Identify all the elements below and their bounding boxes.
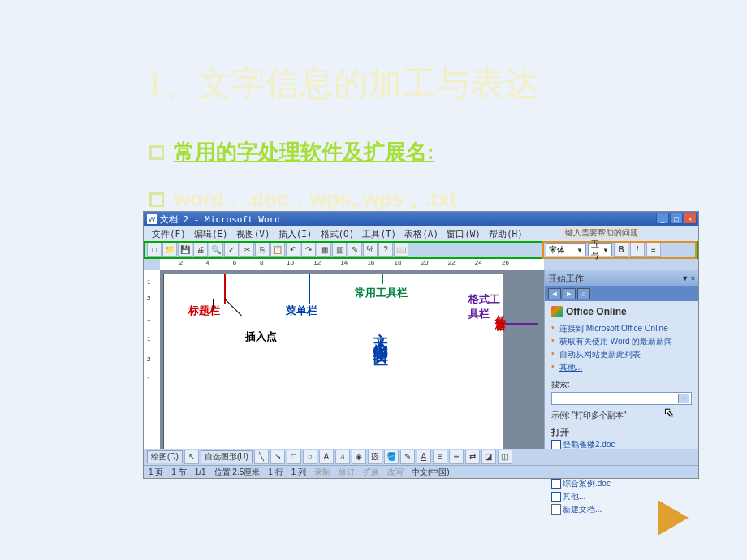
menu-edit[interactable]: 编辑(E) — [191, 228, 231, 240]
bullet-square-icon — [149, 192, 164, 207]
menu-tools[interactable]: 工具(T) — [359, 228, 399, 240]
status-col: 1 列 — [291, 467, 306, 478]
forward-icon[interactable]: ► — [563, 288, 576, 299]
bullet-2-text: word，.doc，wps,.wps，.txt — [174, 185, 456, 213]
status-page: 1 页 — [149, 467, 163, 478]
columns-icon[interactable]: ▥ — [332, 243, 347, 257]
undo-icon[interactable]: ↶ — [286, 243, 300, 257]
annotation-titlebar: 标题栏 — [188, 304, 220, 318]
status-position: 位置 2.5厘米 — [214, 467, 261, 478]
preview-icon[interactable]: 🔍 — [209, 243, 223, 257]
word-body: 1 2 1 1 2 1 标题栏 菜单栏 常用工具栏 格式工具栏 插入点 文本编辑… — [144, 270, 698, 463]
oval-icon[interactable]: ○ — [303, 450, 317, 464]
clipart-icon[interactable]: 🖼 — [368, 450, 382, 464]
status-ext: 扩展 — [363, 467, 379, 478]
shadow-icon[interactable]: ◪ — [481, 450, 496, 464]
recent-file[interactable]: 综合案例.doc — [551, 477, 692, 490]
redo-icon[interactable]: ↷ — [301, 243, 316, 257]
lineweight-icon[interactable]: ≡ — [433, 450, 447, 464]
fontcolor-icon[interactable]: A — [417, 450, 431, 464]
menu-file[interactable]: 文件(F) — [149, 228, 189, 240]
select-icon[interactable]: ↖ — [184, 450, 199, 464]
maximize-button[interactable]: □ — [670, 213, 683, 224]
diagram-icon[interactable]: ◈ — [352, 450, 366, 464]
slide-title: 1、文字信息的加工与表达 — [146, 61, 538, 106]
font-size-dropdown[interactable]: 五号 ▼ — [588, 243, 612, 256]
link-autoupdate[interactable]: 自动从网站更新此列表 — [551, 348, 692, 361]
search-input[interactable]: → — [551, 392, 692, 405]
link-other[interactable]: 其他... — [551, 361, 692, 374]
link-connect[interactable]: 连接到 Microsoft Office Online — [551, 322, 692, 335]
draw-menu[interactable]: 绘图(D) — [147, 450, 183, 463]
ruler-tick: 16 — [367, 259, 374, 266]
fillcolor-icon[interactable]: 🪣 — [384, 450, 399, 464]
threed-icon[interactable]: ◫ — [498, 450, 512, 464]
office-online-logo: Office Online — [551, 306, 692, 317]
dashstyle-icon[interactable]: ┅ — [449, 450, 464, 464]
drawing-icon[interactable]: ✎ — [348, 243, 362, 257]
new-icon[interactable]: □ — [147, 243, 162, 257]
table-icon[interactable]: ▦ — [317, 243, 331, 257]
ruler-tick: 2 — [179, 259, 183, 266]
ruler-tick: 8 — [260, 259, 263, 266]
arrowstyle-icon[interactable]: ⇄ — [465, 450, 480, 464]
save-icon[interactable]: 💾 — [178, 243, 192, 257]
word-bottom-bars: 绘图(D) ↖ 自选图形(U) ╲ ↘ □ ○ A 𝐴 ◈ 🖼 🪣 ✎ A ≡ … — [144, 449, 698, 478]
close-button[interactable]: × — [684, 213, 697, 224]
word-app-icon: W — [147, 214, 157, 224]
next-slide-button[interactable] — [658, 500, 689, 536]
home-icon[interactable]: ⌂ — [577, 288, 590, 299]
font-size-value: 五号 — [591, 239, 602, 261]
vruler-tick: 1 — [147, 335, 150, 342]
copy-icon[interactable]: ⎘ — [255, 243, 270, 257]
autoshape-menu[interactable]: 自选图形(U) — [201, 450, 253, 463]
bold-icon[interactable]: B — [614, 243, 628, 257]
vertical-ruler[interactable]: 1 2 1 1 2 1 — [144, 270, 160, 463]
linecolor-icon[interactable]: ✎ — [400, 450, 415, 464]
status-line: 1 行 — [268, 467, 283, 478]
font-name-dropdown[interactable]: 宋体 ▼ — [546, 243, 586, 256]
vruler-tick: 1 — [147, 278, 150, 286]
menu-help[interactable]: 帮助(H) — [486, 228, 526, 240]
open-icon[interactable]: 📁 — [162, 243, 177, 257]
horizontal-ruler[interactable]: 2 4 6 8 10 12 14 16 18 20 22 24 26 — [160, 259, 544, 270]
annotation-taskpane: 任务窗格 — [493, 307, 507, 313]
textbox-icon[interactable]: A — [319, 450, 334, 464]
link-news[interactable]: 获取有关使用 Word 的最新新闻 — [551, 335, 692, 348]
menu-table[interactable]: 表格(A) — [401, 228, 442, 240]
status-section: 1 节 — [171, 467, 186, 478]
read-icon[interactable]: 📖 — [394, 243, 408, 257]
menu-insert[interactable]: 插入(I) — [275, 228, 316, 240]
spell-icon[interactable]: ✓ — [224, 243, 239, 257]
menu-view[interactable]: 视图(V) — [233, 228, 274, 240]
italic-icon[interactable]: I — [630, 243, 645, 257]
chevron-down-icon[interactable]: ▼ × — [681, 274, 695, 282]
zoom-icon[interactable]: % — [363, 243, 378, 257]
wordart-icon[interactable]: 𝐴 — [335, 450, 350, 464]
status-pageof: 1/1 — [195, 467, 206, 476]
help-icon[interactable]: ? — [378, 243, 393, 257]
search-label: 搜索: — [551, 379, 692, 390]
menu-window[interactable]: 窗口(W) — [443, 228, 484, 240]
bullet-2: word，.doc，wps,.wps，.txt — [149, 185, 456, 213]
align-icon[interactable]: ≡ — [646, 243, 661, 257]
ruler-tick: 22 — [448, 259, 456, 266]
search-go-icon[interactable]: → — [678, 394, 689, 403]
menu-format[interactable]: 格式(O) — [317, 228, 358, 240]
print-icon[interactable]: 🖨 — [193, 243, 208, 257]
taskpane-nav: ◄ ► ⌂ — [545, 286, 698, 301]
vruler-tick: 1 — [147, 376, 150, 383]
minimize-button[interactable]: _ — [656, 213, 669, 224]
back-icon[interactable]: ◄ — [548, 288, 561, 299]
paste-icon[interactable]: 📋 — [270, 243, 285, 257]
arrow-icon[interactable]: ↘ — [270, 450, 285, 464]
bullet-1-text: 常用的字处理软件及扩展名: — [174, 138, 434, 166]
line-icon[interactable]: ╲ — [254, 450, 269, 464]
office-icon — [551, 306, 563, 317]
rect-icon[interactable]: □ — [287, 450, 301, 464]
document-page[interactable]: 标题栏 菜单栏 常用工具栏 格式工具栏 插入点 文本编辑区 任务窗格 绘图工具栏… — [163, 274, 503, 463]
cut-icon[interactable]: ✂ — [240, 243, 254, 257]
ruler-tick: 18 — [395, 259, 402, 266]
word-title-text: 文档 2 - Microsoft Word — [160, 213, 280, 226]
help-search-hint[interactable]: 键入需要帮助的问题 — [562, 226, 641, 239]
